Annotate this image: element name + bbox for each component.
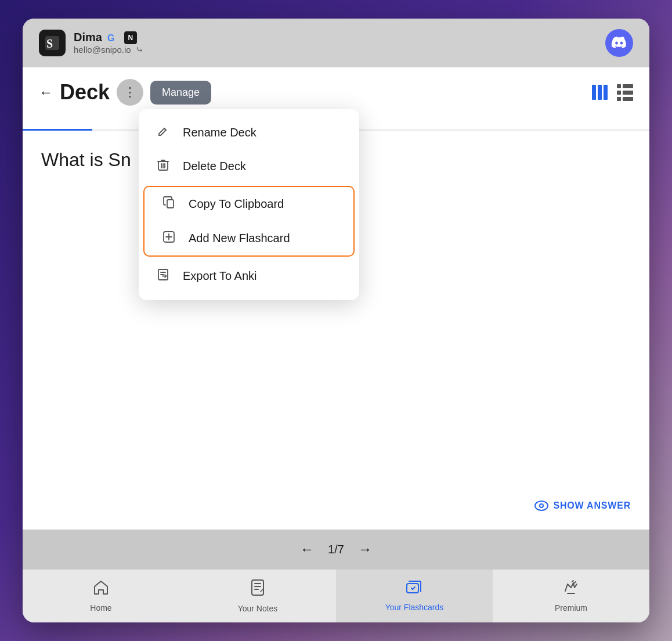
bottom-nav: Home Your Notes Your Flashca — [23, 569, 649, 622]
header-bar: S Dima G N hello@snipo.io ⤷ — [23, 19, 649, 67]
nav-item-notes[interactable]: Your Notes — [179, 570, 336, 622]
export-anki-label: Export To Anki — [183, 269, 256, 283]
rename-icon — [155, 125, 171, 140]
add-flashcard-icon — [161, 231, 177, 246]
google-icon: G — [107, 31, 120, 44]
dropdown-menu: Rename Deck Delete Deck — [139, 109, 359, 300]
logout-icon[interactable]: ⤷ — [136, 44, 143, 55]
prev-card-button[interactable]: ← — [300, 541, 314, 557]
dropdown-item-rename[interactable]: Rename Deck — [139, 116, 359, 149]
dropdown-item-copy[interactable]: Copy To Clipboard — [144, 187, 353, 221]
svg-rect-17 — [407, 584, 418, 593]
notion-icon: N — [124, 31, 137, 44]
flashcards-label: Your Flashcards — [385, 603, 444, 612]
copy-clipboard-label: Copy To Clipboard — [189, 197, 284, 211]
svg-line-19 — [572, 581, 573, 582]
delete-deck-label: Delete Deck — [183, 160, 246, 173]
main-content: ← Deck ⋮ Manage — [23, 67, 649, 530]
pagination-bar: ← 1/7 → — [23, 530, 649, 569]
svg-line-20 — [575, 582, 576, 583]
user-name-text: Dima — [74, 31, 102, 44]
rename-deck-label: Rename Deck — [183, 126, 256, 139]
nav-item-premium[interactable]: Premium — [493, 570, 649, 622]
home-icon — [93, 579, 109, 600]
dropdown-overlay[interactable]: Rename Deck Delete Deck — [23, 67, 649, 530]
add-flashcard-label: Add New Flashcard — [189, 232, 290, 245]
user-email-text: hello@snipo.io — [74, 45, 131, 55]
header-left: S Dima G N hello@snipo.io ⤷ — [39, 30, 143, 56]
dropdown-item-export[interactable]: Export To Anki — [139, 259, 359, 293]
pagination-counter: 1/7 — [328, 543, 344, 556]
user-email-row: hello@snipo.io ⤷ — [74, 44, 143, 55]
svg-rect-16 — [252, 580, 263, 595]
user-name-row: Dima G N — [74, 31, 143, 44]
svg-text:S: S — [46, 37, 53, 50]
discord-button[interactable] — [605, 29, 633, 57]
nav-item-home[interactable]: Home — [23, 570, 179, 622]
svg-text:G: G — [107, 33, 114, 43]
premium-icon — [563, 579, 579, 600]
copy-icon — [161, 196, 177, 212]
export-icon — [155, 268, 171, 284]
notes-icon — [250, 579, 265, 600]
next-card-button[interactable]: → — [358, 541, 372, 557]
svg-rect-10 — [167, 200, 174, 208]
premium-label: Premium — [555, 603, 587, 613]
delete-icon — [155, 159, 171, 174]
user-info: Dima G N hello@snipo.io ⤷ — [74, 31, 143, 55]
flashcards-icon — [406, 580, 423, 599]
app-window: S Dima G N hello@snipo.io ⤷ — [23, 19, 649, 622]
snipo-logo: S — [39, 30, 66, 56]
dropdown-item-add-flashcard[interactable]: Add New Flashcard — [144, 221, 353, 255]
highlighted-group: Copy To Clipboard Add New Flashcard — [143, 186, 355, 257]
home-label: Home — [90, 603, 111, 613]
notes-label: Your Notes — [238, 604, 278, 613]
dropdown-item-delete[interactable]: Delete Deck — [139, 149, 359, 183]
nav-item-flashcards[interactable]: Your Flashcards — [336, 570, 493, 622]
